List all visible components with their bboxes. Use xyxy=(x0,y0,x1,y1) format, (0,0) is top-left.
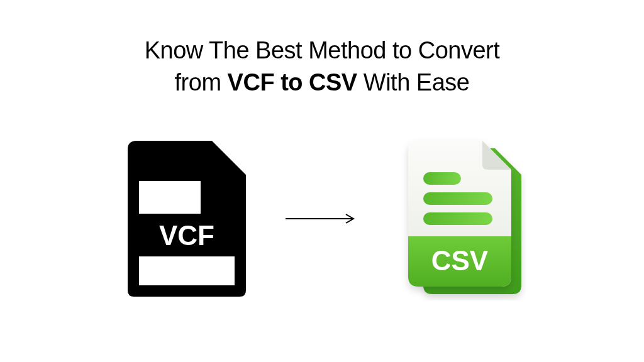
svg-rect-1 xyxy=(139,256,235,285)
csv-label-text: CSV xyxy=(431,245,489,276)
csv-file-icon: CSV xyxy=(388,137,526,300)
vcf-file-icon: VCF xyxy=(118,137,256,300)
conversion-diagram: VCF xyxy=(118,137,526,300)
title-line2-suffix: With Ease xyxy=(357,69,470,96)
title-bold: VCF to CSV xyxy=(228,69,357,96)
svg-rect-3 xyxy=(423,172,461,185)
vcf-label-text: VCF xyxy=(159,220,214,251)
arrow-icon xyxy=(284,212,360,225)
title-line1: Know The Best Method to Convert xyxy=(145,37,500,63)
svg-rect-0 xyxy=(139,181,201,214)
title-line2-prefix: from xyxy=(175,69,228,96)
page-title: Know The Best Method to Convert from VCF… xyxy=(145,35,500,99)
svg-rect-5 xyxy=(423,212,492,225)
svg-rect-4 xyxy=(423,192,492,205)
